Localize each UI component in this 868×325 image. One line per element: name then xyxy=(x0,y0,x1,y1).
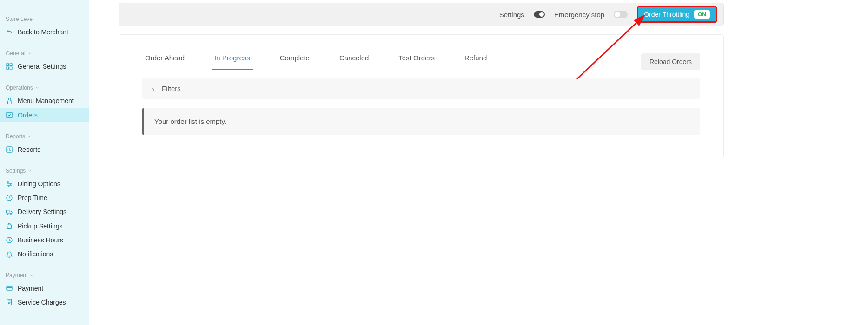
orders-panel: Order Ahead In Progress Complete Cancele… xyxy=(119,34,724,158)
sidebar-section-label: General xyxy=(6,50,26,57)
filters-label: Filters xyxy=(162,84,181,92)
tab-complete[interactable]: Complete xyxy=(277,54,312,70)
sidebar-section-settings[interactable]: Settings xyxy=(0,165,89,177)
svg-rect-1 xyxy=(10,64,12,66)
sidebar-item-label: Business Hours xyxy=(18,236,63,244)
svg-point-18 xyxy=(10,213,12,214)
tab-refund[interactable]: Refund xyxy=(462,54,490,70)
sidebar: Store Level Back to Merchant General Gen… xyxy=(0,0,89,325)
tabs: Order Ahead In Progress Complete Cancele… xyxy=(142,54,490,70)
sidebar-item-dining-options[interactable]: Dining Options xyxy=(0,177,89,191)
tab-order-ahead[interactable]: Order Ahead xyxy=(142,54,187,70)
sidebar-section-label: Operations xyxy=(6,84,33,91)
chevron-down-icon xyxy=(35,85,40,90)
sidebar-section-operations[interactable]: Operations xyxy=(0,82,89,94)
sliders-icon xyxy=(6,180,13,188)
sidebar-item-label: Payment xyxy=(18,284,43,292)
sidebar-item-general-settings[interactable]: General Settings xyxy=(0,59,89,73)
sidebar-item-label: General Settings xyxy=(18,62,66,71)
order-throttling-label: Order Throttling xyxy=(644,11,689,18)
sidebar-item-reports[interactable]: Reports xyxy=(0,143,89,156)
sidebar-item-label: Delivery Settings xyxy=(18,208,66,216)
sidebar-item-label: Orders xyxy=(18,111,38,119)
tab-canceled[interactable]: Canceled xyxy=(337,54,371,70)
sidebar-item-prep-time[interactable]: Prep Time xyxy=(0,191,89,205)
sidebar-item-label: Pickup Settings xyxy=(18,222,63,230)
order-throttling-button[interactable]: Order Throttling ON xyxy=(637,6,717,23)
chevron-down-icon xyxy=(29,273,34,278)
svg-rect-4 xyxy=(7,112,12,118)
sidebar-item-label: Reports xyxy=(18,145,40,154)
sidebar-item-label: Menu Management xyxy=(18,97,74,105)
sidebar-item-label: Notifications xyxy=(18,250,53,258)
check-square-icon xyxy=(6,111,13,119)
svg-rect-16 xyxy=(6,210,10,213)
sidebar-item-payment[interactable]: Payment xyxy=(0,281,89,295)
sidebar-item-delivery-settings[interactable]: Delivery Settings xyxy=(0,205,89,219)
sidebar-item-notifications[interactable]: Notifications xyxy=(0,247,89,261)
empty-order-list-message: Your order list is empty. xyxy=(142,108,700,135)
topbar: Settings Emergency stop Order Throttling… xyxy=(119,3,724,26)
sidebar-section-label: Payment xyxy=(6,272,27,279)
tab-test-orders[interactable]: Test Orders xyxy=(396,54,437,70)
emergency-stop-label: Emergency stop xyxy=(554,11,604,19)
sidebar-item-business-hours[interactable]: Business Hours xyxy=(0,233,89,247)
utensils-icon xyxy=(6,97,13,104)
chevron-down-icon xyxy=(27,134,32,139)
sidebar-item-service-charges[interactable]: Service Charges xyxy=(0,295,89,309)
chevron-down-icon xyxy=(27,169,32,173)
order-throttling-state: ON xyxy=(694,10,710,19)
sidebar-item-menu-management[interactable]: Menu Management xyxy=(0,94,89,108)
tabs-row: Order Ahead In Progress Complete Cancele… xyxy=(142,53,700,71)
sidebar-section-label: Settings xyxy=(6,168,26,174)
bag-icon xyxy=(6,222,13,230)
tab-in-progress[interactable]: In Progress xyxy=(212,54,253,70)
sidebar-section-payment[interactable]: Payment xyxy=(0,269,89,281)
sidebar-section-label: Store Level xyxy=(6,16,34,22)
truck-icon xyxy=(6,208,13,215)
sidebar-item-back-to-merchant[interactable]: Back to Merchant xyxy=(0,25,89,39)
settings-label: Settings xyxy=(499,11,524,19)
card-icon xyxy=(6,285,13,292)
settings-toggle[interactable] xyxy=(534,11,545,18)
svg-point-17 xyxy=(7,213,8,214)
bar-chart-icon xyxy=(6,146,13,153)
sidebar-section-general[interactable]: General xyxy=(0,47,89,59)
grid-icon xyxy=(6,63,13,70)
sidebar-item-label: Prep Time xyxy=(18,194,47,202)
chevron-down-icon xyxy=(27,51,32,56)
main-content: Settings Emergency stop Order Throttling… xyxy=(89,0,868,325)
filters-toggle[interactable]: Filters xyxy=(142,78,700,99)
sidebar-section-reports[interactable]: Reports xyxy=(0,130,89,143)
hours-icon xyxy=(6,236,13,244)
sidebar-section-label: Reports xyxy=(6,133,25,140)
emergency-stop-toggle[interactable] xyxy=(614,11,628,18)
sidebar-section-store-level: Store Level xyxy=(0,13,89,25)
chevron-right-icon xyxy=(151,86,156,91)
svg-rect-3 xyxy=(10,67,12,70)
reload-orders-button[interactable]: Reload Orders xyxy=(641,53,700,70)
sidebar-item-pickup-settings[interactable]: Pickup Settings xyxy=(0,219,89,233)
back-arrow-icon xyxy=(6,28,13,36)
svg-rect-0 xyxy=(7,64,9,66)
clock-icon xyxy=(6,194,13,202)
receipt-icon xyxy=(6,299,13,306)
bell-icon xyxy=(6,250,13,258)
sidebar-item-label: Service Charges xyxy=(18,298,66,306)
sidebar-item-label: Back to Merchant xyxy=(18,28,68,36)
sidebar-item-label: Dining Options xyxy=(18,180,60,188)
sidebar-item-orders[interactable]: Orders xyxy=(0,108,89,122)
empty-message-text: Your order list is empty. xyxy=(154,117,226,125)
svg-rect-20 xyxy=(7,286,12,290)
svg-rect-2 xyxy=(7,67,9,70)
